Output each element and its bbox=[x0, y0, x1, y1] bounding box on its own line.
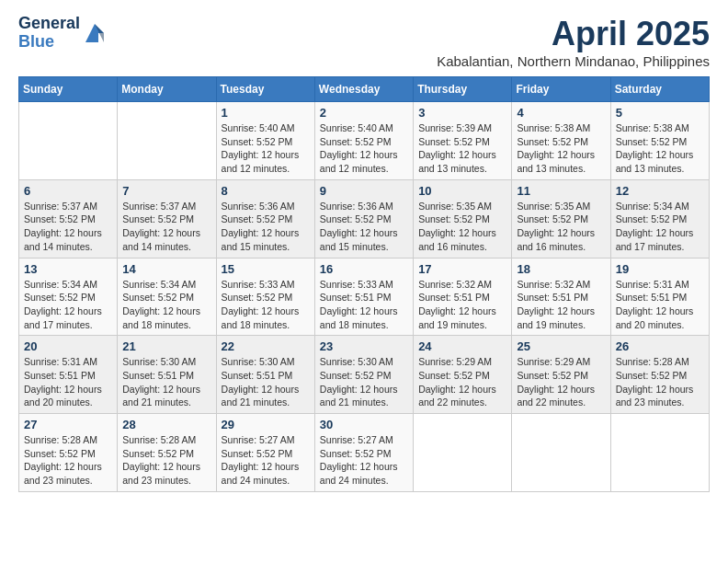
day-detail: Sunrise: 5:40 AM Sunset: 5:52 PM Dayligh… bbox=[320, 121, 408, 176]
header-row: SundayMondayTuesdayWednesdayThursdayFrid… bbox=[19, 77, 710, 102]
day-number: 1 bbox=[222, 106, 310, 120]
day-number: 5 bbox=[616, 106, 704, 120]
day-detail: Sunrise: 5:36 AM Sunset: 5:52 PM Dayligh… bbox=[222, 200, 310, 254]
calendar-cell: 18Sunrise: 5:32 AM Sunset: 5:51 PM Dayli… bbox=[512, 258, 610, 336]
column-header-friday: Friday bbox=[512, 77, 610, 102]
day-detail: Sunrise: 5:27 AM Sunset: 5:52 PM Dayligh… bbox=[222, 433, 310, 488]
calendar-cell: 29Sunrise: 5:27 AM Sunset: 5:52 PM Dayli… bbox=[216, 414, 314, 492]
calendar-body: 1Sunrise: 5:40 AM Sunset: 5:52 PM Daylig… bbox=[19, 102, 710, 492]
calendar-cell: 7Sunrise: 5:37 AM Sunset: 5:52 PM Daylig… bbox=[118, 179, 216, 258]
calendar-cell: 24Sunrise: 5:29 AM Sunset: 5:52 PM Dayli… bbox=[414, 336, 512, 414]
calendar-cell bbox=[414, 414, 512, 492]
calendar-cell: 16Sunrise: 5:33 AM Sunset: 5:51 PM Dayli… bbox=[314, 258, 413, 336]
calendar-cell: 14Sunrise: 5:34 AM Sunset: 5:52 PM Dayli… bbox=[118, 258, 216, 336]
day-detail: Sunrise: 5:33 AM Sunset: 5:52 PM Dayligh… bbox=[222, 278, 310, 332]
column-header-sunday: Sunday bbox=[19, 77, 118, 102]
day-detail: Sunrise: 5:29 AM Sunset: 5:52 PM Dayligh… bbox=[418, 355, 506, 409]
day-detail: Sunrise: 5:35 AM Sunset: 5:52 PM Dayligh… bbox=[517, 200, 605, 254]
title-block: April 2025 Kabalantian, Northern Mindana… bbox=[437, 15, 710, 69]
day-detail: Sunrise: 5:30 AM Sunset: 5:52 PM Dayligh… bbox=[320, 355, 408, 409]
column-header-wednesday: Wednesday bbox=[314, 77, 413, 102]
day-number: 21 bbox=[122, 339, 210, 353]
week-row: 20Sunrise: 5:31 AM Sunset: 5:51 PM Dayli… bbox=[19, 336, 710, 414]
day-number: 8 bbox=[222, 184, 310, 198]
calendar-cell: 1Sunrise: 5:40 AM Sunset: 5:52 PM Daylig… bbox=[216, 102, 314, 180]
day-detail: Sunrise: 5:34 AM Sunset: 5:52 PM Dayligh… bbox=[122, 278, 210, 332]
column-header-saturday: Saturday bbox=[610, 77, 709, 102]
calendar-cell: 20Sunrise: 5:31 AM Sunset: 5:51 PM Dayli… bbox=[19, 336, 118, 414]
calendar-cell: 6Sunrise: 5:37 AM Sunset: 5:52 PM Daylig… bbox=[19, 179, 118, 258]
day-detail: Sunrise: 5:30 AM Sunset: 5:51 PM Dayligh… bbox=[122, 355, 210, 409]
calendar-cell: 23Sunrise: 5:30 AM Sunset: 5:52 PM Dayli… bbox=[314, 336, 413, 414]
day-detail: Sunrise: 5:35 AM Sunset: 5:52 PM Dayligh… bbox=[418, 200, 506, 254]
calendar-cell: 13Sunrise: 5:34 AM Sunset: 5:52 PM Dayli… bbox=[19, 258, 118, 336]
day-number: 15 bbox=[222, 262, 310, 276]
calendar-header: SundayMondayTuesdayWednesdayThursdayFrid… bbox=[19, 77, 710, 102]
day-number: 10 bbox=[418, 184, 506, 198]
day-number: 25 bbox=[517, 339, 605, 353]
day-number: 23 bbox=[320, 339, 408, 353]
logo-icon bbox=[82, 20, 108, 46]
day-number: 28 bbox=[122, 418, 210, 431]
day-number: 3 bbox=[418, 106, 506, 120]
column-header-monday: Monday bbox=[118, 77, 216, 102]
week-row: 1Sunrise: 5:40 AM Sunset: 5:52 PM Daylig… bbox=[19, 102, 710, 180]
day-detail: Sunrise: 5:34 AM Sunset: 5:52 PM Dayligh… bbox=[24, 278, 112, 332]
day-detail: Sunrise: 5:40 AM Sunset: 5:52 PM Dayligh… bbox=[222, 121, 310, 176]
day-detail: Sunrise: 5:32 AM Sunset: 5:51 PM Dayligh… bbox=[418, 278, 506, 332]
calendar-cell: 26Sunrise: 5:28 AM Sunset: 5:52 PM Dayli… bbox=[610, 336, 709, 414]
day-number: 30 bbox=[320, 418, 408, 431]
column-header-thursday: Thursday bbox=[414, 77, 512, 102]
calendar-cell: 3Sunrise: 5:39 AM Sunset: 5:52 PM Daylig… bbox=[414, 102, 512, 180]
day-number: 20 bbox=[24, 339, 112, 353]
day-detail: Sunrise: 5:32 AM Sunset: 5:51 PM Dayligh… bbox=[517, 278, 605, 332]
week-row: 6Sunrise: 5:37 AM Sunset: 5:52 PM Daylig… bbox=[19, 179, 710, 258]
day-detail: Sunrise: 5:29 AM Sunset: 5:52 PM Dayligh… bbox=[517, 355, 605, 409]
day-number: 4 bbox=[517, 106, 605, 120]
calendar-cell: 17Sunrise: 5:32 AM Sunset: 5:51 PM Dayli… bbox=[414, 258, 512, 336]
day-number: 12 bbox=[616, 184, 704, 198]
day-number: 7 bbox=[122, 184, 210, 198]
day-detail: Sunrise: 5:33 AM Sunset: 5:51 PM Dayligh… bbox=[320, 278, 408, 332]
calendar-cell: 19Sunrise: 5:31 AM Sunset: 5:51 PM Dayli… bbox=[610, 258, 709, 336]
day-number: 2 bbox=[320, 106, 408, 120]
day-detail: Sunrise: 5:31 AM Sunset: 5:51 PM Dayligh… bbox=[24, 355, 112, 409]
calendar-cell: 5Sunrise: 5:38 AM Sunset: 5:52 PM Daylig… bbox=[610, 102, 709, 180]
calendar-cell: 21Sunrise: 5:30 AM Sunset: 5:51 PM Dayli… bbox=[118, 336, 216, 414]
day-detail: Sunrise: 5:30 AM Sunset: 5:51 PM Dayligh… bbox=[222, 355, 310, 409]
day-number: 6 bbox=[24, 184, 112, 198]
day-number: 29 bbox=[222, 418, 310, 431]
day-detail: Sunrise: 5:28 AM Sunset: 5:52 PM Dayligh… bbox=[616, 355, 704, 409]
calendar-table: SundayMondayTuesdayWednesdayThursdayFrid… bbox=[18, 76, 710, 492]
day-number: 24 bbox=[418, 339, 506, 353]
calendar-cell: 25Sunrise: 5:29 AM Sunset: 5:52 PM Dayli… bbox=[512, 336, 610, 414]
calendar-cell: 28Sunrise: 5:28 AM Sunset: 5:52 PM Dayli… bbox=[118, 414, 216, 492]
day-number: 26 bbox=[616, 339, 704, 353]
logo-general-text: General bbox=[18, 15, 80, 33]
calendar-location: Kabalantian, Northern Mindanao, Philippi… bbox=[437, 53, 710, 69]
week-row: 13Sunrise: 5:34 AM Sunset: 5:52 PM Dayli… bbox=[19, 258, 710, 336]
column-header-tuesday: Tuesday bbox=[216, 77, 314, 102]
day-detail: Sunrise: 5:37 AM Sunset: 5:52 PM Dayligh… bbox=[122, 200, 210, 254]
calendar-title: April 2025 bbox=[437, 15, 710, 53]
day-number: 14 bbox=[122, 262, 210, 276]
week-row: 27Sunrise: 5:28 AM Sunset: 5:52 PM Dayli… bbox=[19, 414, 710, 492]
calendar-cell: 2Sunrise: 5:40 AM Sunset: 5:52 PM Daylig… bbox=[314, 102, 413, 180]
day-detail: Sunrise: 5:31 AM Sunset: 5:51 PM Dayligh… bbox=[616, 278, 704, 332]
calendar-cell: 27Sunrise: 5:28 AM Sunset: 5:52 PM Dayli… bbox=[19, 414, 118, 492]
day-number: 11 bbox=[517, 184, 605, 198]
calendar-cell: 10Sunrise: 5:35 AM Sunset: 5:52 PM Dayli… bbox=[414, 179, 512, 258]
page-header: General Blue April 2025 Kabalantian, Nor… bbox=[18, 15, 710, 69]
day-number: 13 bbox=[24, 262, 112, 276]
day-number: 17 bbox=[418, 262, 506, 276]
calendar-cell bbox=[610, 414, 709, 492]
day-detail: Sunrise: 5:34 AM Sunset: 5:52 PM Dayligh… bbox=[616, 200, 704, 254]
calendar-cell: 12Sunrise: 5:34 AM Sunset: 5:52 PM Dayli… bbox=[610, 179, 709, 258]
day-number: 18 bbox=[517, 262, 605, 276]
day-detail: Sunrise: 5:27 AM Sunset: 5:52 PM Dayligh… bbox=[320, 433, 408, 488]
day-detail: Sunrise: 5:28 AM Sunset: 5:52 PM Dayligh… bbox=[24, 433, 112, 488]
calendar-cell: 8Sunrise: 5:36 AM Sunset: 5:52 PM Daylig… bbox=[216, 179, 314, 258]
day-detail: Sunrise: 5:38 AM Sunset: 5:52 PM Dayligh… bbox=[517, 121, 605, 176]
calendar-cell: 11Sunrise: 5:35 AM Sunset: 5:52 PM Dayli… bbox=[512, 179, 610, 258]
logo-blue-text: Blue bbox=[18, 33, 80, 52]
